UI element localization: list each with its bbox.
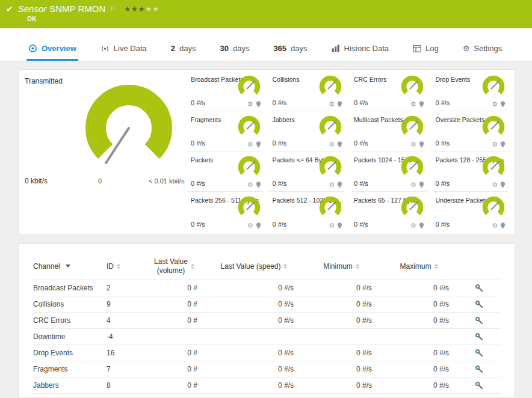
gauge-value: 0 #/s	[273, 139, 287, 147]
pin-icon[interactable]	[337, 182, 342, 188]
pin-icon[interactable]	[500, 222, 506, 229]
table-row: Broadcast Packets 2 0 # 0 #/s 0 #/s 0 #/…	[33, 280, 500, 296]
gauge-tile[interactable]: Packets 0 #/s ⚙	[188, 152, 263, 192]
tab-365-days[interactable]: 365days	[271, 28, 309, 61]
col-header-last-value-speed[interactable]: Last Value (speed)	[206, 262, 302, 271]
gear-icon[interactable]: ⚙	[329, 141, 335, 148]
gear-icon[interactable]: ⚙	[492, 222, 498, 229]
tab-live-data[interactable]: Live Data	[99, 28, 149, 61]
sensor-name: SNMP RMON	[49, 4, 105, 14]
gear-icon[interactable]: ⚙	[410, 101, 416, 108]
pin-icon[interactable]	[256, 222, 261, 229]
pin-icon[interactable]	[419, 182, 424, 188]
gauge-tile[interactable]: Packets 1024 - 1518 B... 0 #/s ⚙	[351, 152, 426, 192]
col-header-label: (volume)	[157, 266, 185, 275]
gauge-tile[interactable]: CRC Errors 0 #/s ⚙	[351, 71, 426, 111]
transmitted-title: Transmitted	[25, 77, 63, 85]
gauge-title: Drop Events	[436, 76, 471, 83]
tab-overview[interactable]: Overview	[26, 28, 78, 61]
gear-icon[interactable]: ⚙	[410, 222, 416, 229]
channel-table-panel: Channel ID Last Value(volume) Last Value…	[18, 243, 515, 398]
col-header-last-value-volume[interactable]: Last Value(volume)	[143, 257, 206, 275]
tab-2-days[interactable]: 2days	[169, 28, 198, 61]
pin-icon[interactable]	[419, 101, 424, 108]
flag-icon[interactable]: ⚐	[110, 5, 116, 13]
tab-historic-data[interactable]: Historic Data	[330, 28, 391, 61]
gear-icon[interactable]: ⚙	[492, 101, 498, 108]
tab-settings[interactable]: ⚙ Settings	[461, 28, 504, 61]
gauge-tile[interactable]: Jabbers 0 #/s ⚙	[270, 111, 345, 152]
gear-icon[interactable]: ⚙	[492, 141, 498, 148]
gauge-tile[interactable]: Broadcast Packets 0 #/s ⚙	[188, 71, 263, 111]
pin-icon[interactable]	[337, 222, 342, 229]
tab-log[interactable]: Log	[411, 28, 441, 61]
gear-icon[interactable]: ⚙	[410, 141, 416, 148]
pin-icon[interactable]	[419, 222, 424, 229]
gauge-tile[interactable]: Multicast Packets 0 #/s ⚙	[351, 111, 426, 152]
channel-settings-icon[interactable]	[475, 365, 483, 373]
last-value-speed: 0 #/s	[206, 365, 302, 373]
transmitted-value: 0 kbit/s	[25, 177, 48, 185]
gear-icon[interactable]: ⚙	[410, 182, 416, 188]
table-row: CRC Errors 4 0 # 0 #/s 0 #/s 0 #/s	[33, 313, 500, 329]
tab-30-days[interactable]: 30days	[218, 28, 251, 61]
priority-stars[interactable]: ★★★★★	[124, 5, 159, 13]
channel-settings-icon[interactable]	[475, 316, 483, 325]
pin-icon[interactable]	[500, 182, 506, 188]
last-value-volume: 0 #	[143, 316, 206, 325]
gauge-tile[interactable]: Packets 128 - 255 Bytes 0 #/s ⚙	[433, 152, 508, 192]
gear-icon[interactable]: ⚙	[247, 141, 253, 148]
table-row: Fragments 7 0 # 0 #/s 0 #/s 0 #/s	[33, 361, 500, 378]
pin-icon[interactable]	[256, 141, 261, 148]
pin-icon[interactable]	[256, 182, 261, 188]
gauge-value: 0 #/s	[273, 180, 287, 187]
gear-icon[interactable]: ⚙	[329, 222, 335, 229]
pin-icon[interactable]	[500, 101, 506, 108]
gauge-title: Jabbers	[273, 116, 295, 123]
status-check-icon: ✔	[6, 4, 13, 14]
pin-icon[interactable]	[419, 141, 424, 148]
gear-icon[interactable]: ⚙	[492, 182, 498, 188]
gear-icon[interactable]: ⚙	[247, 101, 253, 108]
gauge-tile[interactable]: Collisions 0 #/s ⚙	[270, 71, 345, 111]
gauge-tile[interactable]: Drop Events 0 #/s ⚙	[433, 71, 508, 111]
col-header-id[interactable]: ID	[107, 262, 143, 271]
sensor-kind-label: Sensor	[18, 4, 47, 14]
gauge-dial	[400, 155, 425, 180]
gauge-tile[interactable]: Undersize Packets 0 #/s ⚙	[433, 192, 508, 232]
col-header-maximum[interactable]: Maximum	[380, 262, 457, 271]
gauge-tile[interactable]: Oversize Packets 0 #/s ⚙	[433, 111, 508, 152]
channel-settings-icon[interactable]	[475, 284, 483, 292]
channel-settings-icon[interactable]	[475, 381, 483, 390]
gauge-dial	[400, 195, 425, 220]
gauge-dial	[481, 114, 506, 139]
table-header-row: Channel ID Last Value(volume) Last Value…	[33, 253, 500, 280]
pin-icon[interactable]	[337, 101, 342, 108]
gauge-tile[interactable]: Packets <= 64 Byte 0 #/s ⚙	[270, 152, 345, 192]
pin-icon[interactable]	[337, 141, 342, 148]
gauge-dial	[400, 114, 425, 139]
gear-icon[interactable]: ⚙	[329, 101, 335, 108]
gear-icon[interactable]: ⚙	[247, 182, 253, 188]
pin-icon[interactable]	[500, 141, 506, 148]
gauge-tile[interactable]: Packets 256 - 511 Bytes 0 #/s ⚙	[188, 192, 263, 232]
channel-settings-icon[interactable]	[475, 300, 483, 308]
gauge-dial	[237, 74, 262, 99]
maximum-value: 0 #/s	[380, 381, 457, 390]
transmitted-gauge[interactable]: Transmitted 0 kbit/s 0 < 0.01 kbit/s	[19, 70, 188, 234]
col-header-channel[interactable]: Channel	[33, 262, 107, 271]
channel-id: 4	[107, 316, 143, 325]
gauge-tile[interactable]: Packets 512 - 1023 Byt... 0 #/s ⚙	[270, 192, 345, 232]
channel-settings-icon[interactable]	[475, 349, 483, 357]
gear-icon[interactable]: ⚙	[329, 182, 335, 188]
channel-settings-icon[interactable]	[475, 332, 483, 341]
pin-icon[interactable]	[256, 101, 261, 108]
last-value-speed: 0 #/s	[206, 284, 302, 292]
tab-label-unit: days	[291, 44, 307, 53]
minimum-value: 0 #/s	[302, 300, 380, 308]
gauge-tile[interactable]: Fragments 0 #/s ⚙	[188, 111, 263, 152]
gauge-tile[interactable]: Packets 65 - 127 Bytes 0 #/s ⚙	[351, 192, 426, 232]
gear-icon[interactable]: ⚙	[247, 222, 253, 229]
col-header-minimum[interactable]: Minimum	[302, 262, 380, 271]
col-header-label: Last Value (speed)	[221, 262, 281, 271]
